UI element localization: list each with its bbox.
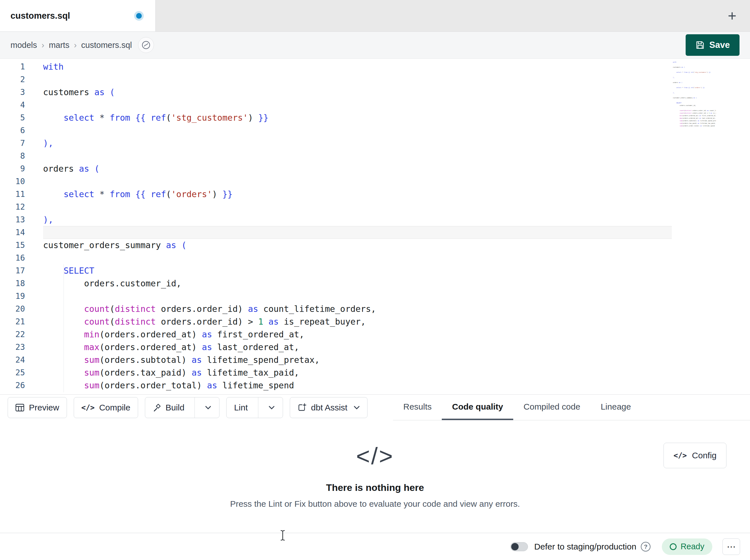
line-number[interactable]: 1 xyxy=(0,60,43,73)
minimap-line: orders.customer_id, xyxy=(673,104,716,107)
preview-label: Preview xyxy=(29,403,59,412)
minimap[interactable]: withcustomers as ( select * from {{ ref(… xyxy=(673,61,716,127)
code-lines: 1with23customers as (45 select * from {{… xyxy=(0,59,750,392)
file-status-button[interactable] xyxy=(138,37,154,53)
line-number[interactable]: 12 xyxy=(0,201,43,213)
line-number[interactable]: 8 xyxy=(0,149,43,162)
line-number[interactable]: 17 xyxy=(0,264,43,277)
line-number[interactable]: 25 xyxy=(0,366,43,379)
breadcrumb-separator: › xyxy=(74,41,77,50)
minimap-line: count(distinct orders.order_id) as count… xyxy=(673,109,716,112)
minimap-line: min(orders.ordered_at) as first_ordered_… xyxy=(673,115,716,117)
line-number[interactable]: 21 xyxy=(0,315,43,328)
minimap-line: select * from {{ ref('stg_customers') }} xyxy=(673,71,716,74)
code-line[interactable]: 9orders as ( xyxy=(0,162,672,175)
line-number[interactable]: 9 xyxy=(0,162,43,175)
compile-label: Compile xyxy=(99,403,131,412)
line-number[interactable]: 6 xyxy=(0,124,43,137)
code-line[interactable]: 22 min(orders.ordered_at) as first_order… xyxy=(0,328,672,341)
save-label: Save xyxy=(709,40,730,50)
empty-state-title: There is nothing here xyxy=(0,482,750,493)
code-line[interactable]: 13), xyxy=(0,213,672,226)
code-quality-panel: </> There is nothing here Press the Lint… xyxy=(0,420,750,533)
file-tab-customers-sql[interactable]: customers.sql xyxy=(0,0,156,32)
code-line[interactable]: 12 xyxy=(0,201,672,213)
code-line[interactable]: 3customers as ( xyxy=(0,86,672,99)
preview-button[interactable]: Preview xyxy=(8,397,67,418)
line-number[interactable]: 22 xyxy=(0,328,43,341)
line-number[interactable]: 13 xyxy=(0,213,43,226)
line-number[interactable]: 23 xyxy=(0,341,43,353)
breadcrumb-file[interactable]: customers.sql xyxy=(81,41,132,50)
tab-results[interactable]: Results xyxy=(393,395,442,420)
save-button[interactable]: Save xyxy=(686,34,739,56)
code-line[interactable]: 18 orders.customer_id, xyxy=(0,277,672,290)
code-line[interactable]: 21 count(distinct orders.order_id) > 1 a… xyxy=(0,315,672,328)
code-line[interactable]: 14 xyxy=(0,226,672,239)
code-line[interactable]: 5 select * from {{ ref('stg_customers') … xyxy=(0,111,672,124)
line-number[interactable]: 24 xyxy=(0,353,43,366)
code-line[interactable]: 4 xyxy=(0,99,672,111)
dbt-assist-button[interactable]: dbt Assist xyxy=(290,397,368,418)
minimap-line: sum(orders.order_total) as lifetime_spen… xyxy=(673,125,716,127)
empty-state-subtitle: Press the Lint or Fix button above to ev… xyxy=(0,499,750,509)
new-tab-button[interactable]: + xyxy=(728,8,736,23)
code-line[interactable]: 24 sum(orders.subtotal) as lifetime_spen… xyxy=(0,353,672,366)
build-label: Build xyxy=(165,403,184,412)
line-number[interactable]: 10 xyxy=(0,175,43,188)
unsaved-changes-dot xyxy=(136,13,142,19)
code-line[interactable]: 7), xyxy=(0,137,672,149)
line-number[interactable]: 2 xyxy=(0,73,43,86)
line-number[interactable]: 7 xyxy=(0,137,43,149)
more-options-button[interactable]: ⋯ xyxy=(723,538,740,555)
compile-button[interactable]: </> Compile xyxy=(74,397,138,418)
config-button[interactable]: </> Config xyxy=(664,443,727,468)
line-number[interactable]: 26 xyxy=(0,379,43,392)
code-line[interactable]: 2 xyxy=(0,73,672,86)
help-icon[interactable]: ? xyxy=(641,542,650,552)
code-line[interactable]: 26 sum(orders.order_total) as lifetime_s… xyxy=(0,379,672,392)
line-number[interactable]: 16 xyxy=(0,251,43,264)
tab-compiled-code[interactable]: Compiled code xyxy=(513,395,590,420)
tab-code-quality[interactable]: Code quality xyxy=(442,395,513,420)
tab-lineage[interactable]: Lineage xyxy=(590,395,641,420)
code-line[interactable]: 17 SELECT xyxy=(0,264,672,277)
save-icon xyxy=(695,40,705,50)
defer-toggle[interactable] xyxy=(510,542,528,551)
code-line[interactable]: 8 xyxy=(0,149,672,162)
line-number[interactable]: 11 xyxy=(0,188,43,201)
code-line[interactable]: 10 xyxy=(0,175,672,188)
breadcrumb-marts[interactable]: marts xyxy=(49,41,70,50)
breadcrumb-models[interactable]: models xyxy=(11,41,37,50)
line-number[interactable]: 14 xyxy=(0,226,43,239)
hammer-icon xyxy=(153,403,161,412)
code-line[interactable]: 11 select * from {{ ref('orders') }} xyxy=(0,188,672,201)
toggle-knob xyxy=(511,543,519,551)
code-line[interactable]: 15customer_orders_summary as ( xyxy=(0,239,672,251)
build-dropdown-toggle[interactable] xyxy=(199,406,212,410)
line-number[interactable]: 3 xyxy=(0,86,43,99)
code-icon: </> xyxy=(81,403,95,412)
status-badge[interactable]: Ready xyxy=(662,538,712,555)
code-line[interactable]: 1with xyxy=(0,60,672,73)
code-line[interactable]: 20 count(distinct orders.order_id) as co… xyxy=(0,303,672,315)
code-line[interactable]: 6 xyxy=(0,124,672,137)
breadcrumb-separator: › xyxy=(42,41,44,50)
line-number[interactable]: 20 xyxy=(0,303,43,315)
code-line[interactable]: 16 xyxy=(0,251,672,264)
lint-button[interactable]: Lint xyxy=(226,397,283,418)
line-number[interactable]: 19 xyxy=(0,290,43,303)
line-number[interactable]: 15 xyxy=(0,239,43,251)
line-number[interactable]: 4 xyxy=(0,99,43,111)
line-number[interactable]: 5 xyxy=(0,111,43,124)
lint-dropdown-toggle[interactable] xyxy=(263,406,275,410)
minimap-line xyxy=(673,99,716,102)
code-line[interactable]: 19 xyxy=(0,290,672,303)
minimap-line: customer_orders_summary as ( xyxy=(673,97,716,99)
code-line[interactable]: 23 max(orders.ordered_at) as last_ordere… xyxy=(0,341,672,353)
line-number[interactable]: 18 xyxy=(0,277,43,290)
code-editor[interactable]: 1with23customers as (45 select * from {{… xyxy=(0,59,750,394)
build-button[interactable]: Build xyxy=(145,397,220,418)
code-line[interactable]: 25 sum(orders.tax_paid) as lifetime_tax_… xyxy=(0,366,672,379)
minimap-line xyxy=(673,74,716,76)
